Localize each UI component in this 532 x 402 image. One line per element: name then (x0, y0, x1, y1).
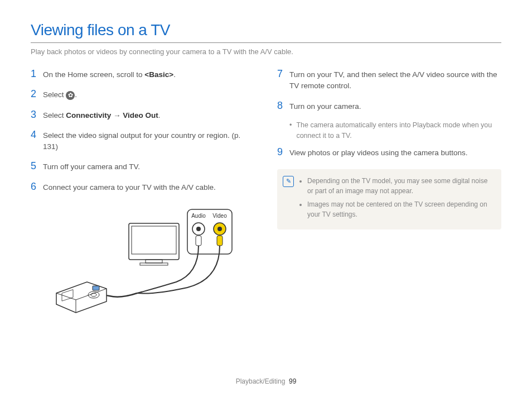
svg-rect-14 (93, 286, 99, 290)
step-number: 9 (277, 146, 289, 159)
step-text: Turn off your camera and TV. (43, 160, 255, 173)
step-8: 8 Turn on your camera. (277, 100, 501, 112)
step-number: 3 (31, 109, 43, 121)
right-column: 7 Turn on your TV, and then select the A… (277, 68, 501, 333)
svg-rect-9 (196, 236, 201, 246)
bullet-dot: • (289, 120, 292, 141)
step-4: 4 Select the video signal output for you… (31, 129, 255, 153)
gear-icon (66, 91, 75, 100)
note-item: Images may not be centered on the TV scr… (307, 199, 494, 219)
svg-rect-3 (140, 263, 168, 265)
step-8-sub: • The camera automatically enters into P… (289, 120, 501, 141)
connection-diagram: Audio Video (31, 201, 255, 333)
svg-rect-1 (132, 226, 176, 254)
step-9: 9 View photos or play videos using the c… (277, 146, 501, 159)
step-7: 7 Turn on your TV, and then select the A… (277, 68, 501, 92)
step-number: 4 (31, 129, 43, 153)
step-text: Select the video signal output for your … (43, 129, 255, 153)
page-subtitle: Play back photos or videos by connecting… (31, 47, 501, 56)
step-text: Turn on your TV, and then select the A/V… (289, 68, 501, 92)
step-2: 2 Select . (31, 88, 255, 100)
step-text: Select Connectivity → Video Out. (43, 109, 255, 121)
title-underline (31, 42, 501, 43)
audio-label: Audio (191, 213, 206, 219)
step-text: View photos or play videos using the cam… (289, 146, 501, 159)
svg-point-8 (217, 227, 222, 231)
step-text: Select . (43, 88, 255, 100)
note-icon: ✎ (283, 176, 294, 187)
step-number: 6 (31, 181, 43, 193)
step-number: 7 (277, 68, 289, 92)
note-box: ✎ Depending on the TV model, you may see… (277, 169, 501, 229)
svg-rect-10 (217, 236, 223, 246)
page-title: Viewing files on a TV (31, 21, 501, 39)
step-3: 3 Select Connectivity → Video Out. (31, 109, 255, 121)
footer-section: Playback/Editing (236, 377, 286, 385)
footer-page-number: 99 (289, 377, 296, 385)
step-1: 1 On the Home screen, scroll to <Basic>. (31, 68, 255, 80)
step-number: 8 (277, 100, 289, 112)
step-number: 5 (31, 160, 43, 173)
step-number: 2 (31, 88, 43, 100)
step-6: 6 Connect your camera to your TV with th… (31, 181, 255, 193)
step-number: 1 (31, 68, 43, 80)
page-footer: Playback/Editing 99 (0, 377, 532, 385)
step-text: On the Home screen, scroll to <Basic>. (43, 68, 255, 80)
step-text: Turn on your camera. (289, 100, 501, 112)
step-5: 5 Turn off your camera and TV. (31, 160, 255, 173)
svg-point-6 (196, 227, 201, 231)
step-text: Connect your camera to your TV with the … (43, 181, 255, 193)
video-label: Video (212, 213, 227, 219)
note-item: Depending on the TV model, you may see s… (307, 176, 494, 196)
svg-rect-2 (146, 260, 162, 263)
left-column: 1 On the Home screen, scroll to <Basic>.… (31, 68, 255, 333)
